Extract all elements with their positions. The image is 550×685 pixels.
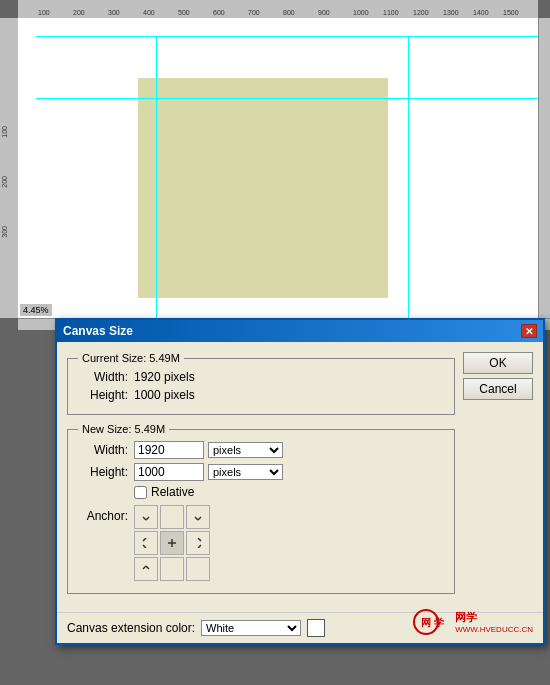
extension-color-row: Canvas extension color: White Background… <box>57 612 543 643</box>
ruler-tick: 100 <box>38 9 50 16</box>
new-width-unit-select[interactable]: pixels inches cm mm <box>208 442 283 458</box>
anchor-cell-tl[interactable] <box>134 505 158 529</box>
current-width-label: Width: <box>78 370 128 384</box>
svg-line-5 <box>143 545 146 548</box>
ruler-tick: 1000 <box>353 9 369 16</box>
anchor-cell-ml[interactable] <box>134 531 158 555</box>
ruler-tick: 1400 <box>473 9 489 16</box>
cancel-button[interactable]: Cancel <box>463 378 533 400</box>
ruler-horizontal: 100 200 300 400 500 600 700 800 900 1000… <box>18 0 538 18</box>
new-size-legend: New Size: 5.49M <box>78 423 169 435</box>
ruler-tick-v: 100 <box>1 126 8 138</box>
ruler-tick: 500 <box>178 9 190 16</box>
dialog-title: Canvas Size <box>63 324 133 338</box>
ruler-tick: 1100 <box>383 9 399 16</box>
new-height-row: Height: pixels inches cm mm <box>78 463 444 481</box>
anchor-cell-mr[interactable] <box>186 531 210 555</box>
new-width-input[interactable] <box>134 441 204 459</box>
close-button[interactable]: ✕ <box>521 324 537 338</box>
canvas-area: 100 200 300 400 500 600 700 800 900 1000… <box>0 0 550 330</box>
new-width-row: Width: pixels inches cm mm <box>78 441 444 459</box>
ruler-tick: 800 <box>283 9 295 16</box>
anchor-cell-bl[interactable] <box>134 557 158 581</box>
current-height-label: Height: <box>78 388 128 402</box>
relative-label: Relative <box>151 485 194 499</box>
canvas-size-dialog: Canvas Size ✕ Current Size: 5.49M Width:… <box>55 318 545 645</box>
ruler-tick: 900 <box>318 9 330 16</box>
ruler-tick: 1500 <box>503 9 519 16</box>
current-height-row: Height: 1000 pixels <box>78 388 444 402</box>
anchor-cell-center[interactable] <box>160 531 184 555</box>
ruler-tick-v: 300 <box>1 226 8 238</box>
extension-color-label: Canvas extension color: <box>67 621 195 635</box>
current-size-fieldset: Current Size: 5.49M Width: 1920 pixels H… <box>67 352 455 415</box>
relative-checkbox[interactable] <box>134 486 147 499</box>
ruler-tick: 600 <box>213 9 225 16</box>
svg-line-11 <box>146 566 149 569</box>
ruler-tick: 300 <box>108 9 120 16</box>
svg-line-4 <box>143 538 146 541</box>
logo-text: 网学 <box>455 610 533 625</box>
ok-button[interactable]: OK <box>463 352 533 374</box>
anchor-cell-bc[interactable] <box>160 557 184 581</box>
current-width-row: Width: 1920 pixels <box>78 370 444 384</box>
dialog-titlebar: Canvas Size ✕ <box>57 320 543 342</box>
svg-text:网: 网 <box>421 617 431 628</box>
ruler-tick: 1200 <box>413 9 429 16</box>
dialog-right-panel: OK Cancel <box>463 352 533 602</box>
anchor-cell-tr[interactable] <box>186 505 210 529</box>
guide-line-h1 <box>36 36 550 37</box>
new-height-unit-select[interactable]: pixels inches cm mm <box>208 464 283 480</box>
ruler-tick: 700 <box>248 9 260 16</box>
anchor-grid <box>134 505 210 581</box>
ruler-tick: 1300 <box>443 9 459 16</box>
logo-area: 网 学 网学 WWW.HVEDUCC.CN <box>411 607 533 637</box>
current-size-legend: Current Size: 5.49M <box>78 352 184 364</box>
svg-line-1 <box>146 517 149 520</box>
svg-line-3 <box>198 517 201 520</box>
ruler-vertical: 100 200 300 <box>0 18 18 318</box>
anchor-cell-br[interactable] <box>186 557 210 581</box>
dialog-left-panel: Current Size: 5.49M Width: 1920 pixels H… <box>67 352 455 602</box>
extension-color-swatch[interactable] <box>307 619 325 637</box>
svg-text:学: 学 <box>434 617 444 628</box>
current-height-value: 1000 pixels <box>134 388 195 402</box>
scrollbar-vertical[interactable] <box>538 18 550 318</box>
anchor-cell-tc[interactable] <box>160 505 184 529</box>
document-rect <box>138 78 388 298</box>
anchor-label: Anchor: <box>78 505 128 523</box>
new-width-label: Width: <box>78 443 128 457</box>
zoom-level: 4.45% <box>20 304 52 316</box>
anchor-row: Anchor: <box>78 505 444 581</box>
new-size-fieldset: New Size: 5.49M Width: pixels inches cm … <box>67 423 455 594</box>
new-height-label: Height: <box>78 465 128 479</box>
canvas-content <box>18 18 550 330</box>
svg-line-9 <box>198 545 201 548</box>
svg-line-8 <box>198 538 201 541</box>
relative-row: Relative <box>134 485 444 499</box>
ruler-tick: 400 <box>143 9 155 16</box>
current-width-value: 1920 pixels <box>134 370 195 384</box>
new-height-input[interactable] <box>134 463 204 481</box>
logo-subtext: WWW.HVEDUCC.CN <box>455 625 533 634</box>
ruler-tick-v: 200 <box>1 176 8 188</box>
guide-line-v2 <box>408 36 409 330</box>
logo-icon: 网 学 <box>411 607 451 637</box>
dialog-body: Current Size: 5.49M Width: 1920 pixels H… <box>57 342 543 612</box>
extension-color-select[interactable]: White Background Black Gray Other... <box>201 620 301 636</box>
ruler-tick: 200 <box>73 9 85 16</box>
